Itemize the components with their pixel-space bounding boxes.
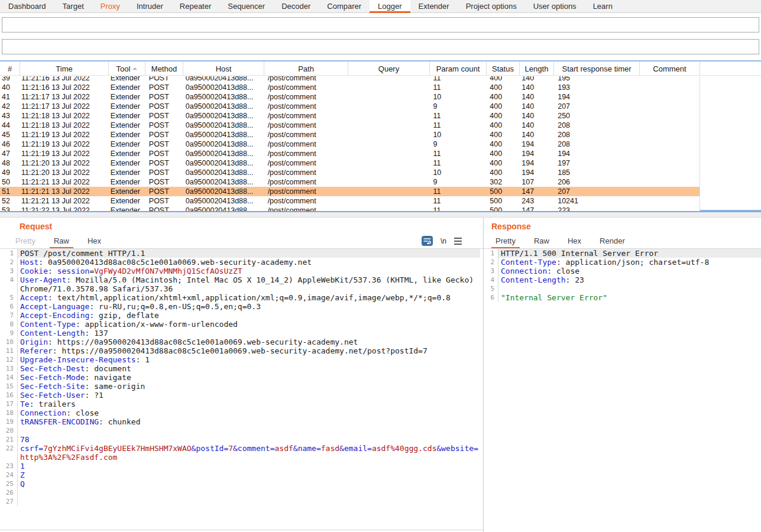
request-line-text: Upgrade-Insecure-Requests: 1 [18,355,480,364]
column-header-tool[interactable]: Tool [109,61,145,76]
cell-param-count: 11 [429,187,486,196]
cell-host: 0a9500020413d88... [183,168,264,177]
table-row[interactable]: 5311:21:22 13 Jul 2022ExtenderPOST0a9500… [0,206,700,211]
request-line: 25Q [0,479,483,488]
column-header-length[interactable]: Length [520,61,554,76]
cell-tool: Extender [109,102,145,111]
column-header-method[interactable]: Method [145,61,183,76]
menu-tab-project-options[interactable]: Project options [458,0,525,12]
column-header-param-count[interactable]: Param count [430,61,487,76]
cell-path: /post/comment [264,196,348,206]
request-line: 8Content-Type: application/x-www-form-ur… [0,320,483,329]
menu-tab-sequencer[interactable]: Sequencer [219,0,273,12]
menu-tab-intruder[interactable]: Intruder [128,0,171,12]
cell-query [348,177,430,187]
menu-tab-target[interactable]: Target [54,0,92,12]
cell-query [348,92,430,102]
view-filter-bar[interactable]: View filter: Showing all items [2,39,759,54]
response-tab-pretty[interactable]: Pretty [496,236,516,248]
newline-indicator[interactable]: \n [441,237,446,245]
response-tab-hex[interactable]: Hex [568,236,581,248]
table-row[interactable]: 4211:21:17 13 Jul 2022ExtenderPOST0a9500… [0,102,700,111]
cell-path: /post/comment [264,168,348,177]
menu-tab-learn[interactable]: Learn [585,0,621,12]
request-line: 231 [0,462,483,471]
column-header-label: # [8,64,12,73]
table-row[interactable]: 4811:21:20 13 Jul 2022ExtenderPOST0a9500… [0,158,700,168]
request-line-text: Content-Length: 137 [18,329,480,338]
column-header-path[interactable]: Path [264,61,348,76]
cell-method: POST [145,149,183,158]
table-row[interactable]: 4111:21:17 13 Jul 2022ExtenderPOST0a9500… [0,92,700,102]
line-number: 26 [0,488,18,497]
cell-length: 140 [519,130,553,140]
request-line: 22csrf=7gYzhMCiFvi4gBEyUEEk7HmHSHM7xWAO&… [0,444,483,462]
table-row[interactable]: 4611:21:19 13 Jul 2022ExtenderPOST0a9500… [0,140,700,149]
menu-tab-user-options[interactable]: User options [525,0,585,12]
cell-param-count: 11 [429,149,486,158]
column-header-host[interactable]: Host [183,61,264,76]
table-row[interactable]: 4911:21:20 13 Jul 2022ExtenderPOST0a9500… [0,168,700,177]
table-row[interactable]: 5211:21:21 13 Jul 2022ExtenderPOST0a9500… [0,196,700,206]
cell-comment [639,76,700,83]
cell-path: /post/comment [264,177,348,187]
column-header-comment[interactable]: Comment [640,61,700,76]
cell-length: 140 [519,83,553,92]
menu-icon[interactable] [454,238,462,245]
cell-query [348,102,430,111]
cell-query [348,76,430,83]
column-header-query[interactable]: Query [348,61,430,76]
request-line: 1POST /post/comment HTTP/1.1 [0,249,483,258]
column-header-status[interactable]: Status [487,61,520,76]
cell-host: 0a9500020413d88... [183,158,264,168]
menu-tab-repeater[interactable]: Repeater [171,0,219,12]
menu-tab-extender[interactable]: Extender [410,0,458,12]
request-line-text [18,426,480,435]
cell-id: 53 [0,206,20,211]
response-tab-render[interactable]: Render [600,236,625,248]
request-line: 3Cookie: session=VgFWy4D2vMfON7vMNMhjQ1S… [0,267,483,275]
cell-host: 0a9500020413d88... [183,149,264,158]
table-row[interactable]: 5111:21:21 13 Jul 2022ExtenderPOST0a9500… [0,187,700,196]
table-row[interactable]: 4311:21:18 13 Jul 2022ExtenderPOST0a9500… [0,111,700,121]
menu-tab-proxy[interactable]: Proxy [92,0,128,12]
line-number: 13 [0,364,18,373]
cell-host: 0a9500020413d88... [183,83,264,92]
table-row[interactable]: 4411:21:18 13 Jul 2022ExtenderPOST0a9500… [0,121,700,130]
request-tab-hex[interactable]: Hex [88,236,101,248]
cell-method: POST [145,187,183,196]
column-header--[interactable]: # [0,61,20,76]
response-tab-raw[interactable]: Raw [534,236,549,248]
table-row[interactable]: 4011:21:16 13 Jul 2022ExtenderPOST0a9500… [0,83,700,92]
response-editor[interactable]: 1HTTP/1.1 500 Internal Server Error2Cont… [484,248,761,532]
word-wrap-icon[interactable] [422,236,433,246]
cell-start-response-timer: 10241 [553,196,639,206]
menu-tab-logger[interactable]: Logger [370,0,410,12]
cell-method: POST [145,196,183,206]
column-header-time[interactable]: Time [20,61,109,76]
cell-comment [639,92,700,102]
request-tab-pretty[interactable]: Pretty [15,236,35,248]
menu-tab-comparer[interactable]: Comparer [319,0,370,12]
request-editor[interactable]: 1POST /post/comment HTTP/1.12Host: 0a950… [0,248,483,530]
request-tab-raw[interactable]: Raw [54,236,69,248]
capture-filter-bar[interactable]: Capture filter: Logger memory limit set … [2,17,759,33]
table-row[interactable]: 4511:21:19 13 Jul 2022ExtenderPOST0a9500… [0,130,700,140]
response-line-text [498,284,761,293]
column-header-start-response-timer[interactable]: Start response timer [554,61,640,76]
request-line-text: Origin: https://0a9500020413d88ac08c5c1e… [18,338,480,346]
cell-query [348,158,430,168]
horizontal-splitter[interactable] [0,211,761,218]
cell-status: 500 [486,196,519,206]
table-row[interactable]: 3911:21:16 13 Jul 2022ExtenderPOST0a9500… [0,76,700,83]
table-row[interactable]: 4711:21:19 13 Jul 2022ExtenderPOST0a9500… [0,149,700,158]
cell-tool: Extender [109,92,145,102]
request-line: 6Accept-Language: ru-RU,ru;q=0.8,en-US;q… [0,302,483,311]
cell-start-response-timer: 197 [553,158,639,168]
table-row[interactable]: 5011:21:21 13 Jul 2022ExtenderPOST0a9500… [0,177,700,187]
menu-tab-decoder[interactable]: Decoder [273,0,319,12]
menu-tab-dashboard[interactable]: Dashboard [0,0,54,12]
cell-start-response-timer: 185 [553,168,639,177]
line-number: 22 [0,444,18,462]
cell-id: 45 [0,130,20,140]
